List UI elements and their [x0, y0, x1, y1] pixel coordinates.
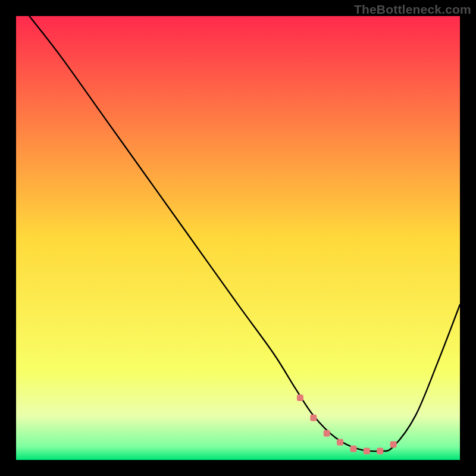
marker-point — [310, 415, 317, 421]
marker-point — [350, 446, 356, 452]
plot-area — [16, 16, 460, 460]
chart-background — [16, 16, 460, 460]
marker-point — [390, 441, 397, 447]
watermark-text: TheBottleneck.com — [354, 2, 471, 17]
marker-point — [324, 430, 330, 437]
marker-point — [364, 448, 370, 455]
chart-frame: TheBottleneck.com — [0, 0, 476, 476]
marker-point — [377, 448, 383, 455]
chart-svg — [16, 16, 460, 460]
marker-point — [297, 394, 303, 401]
marker-point — [337, 439, 343, 446]
